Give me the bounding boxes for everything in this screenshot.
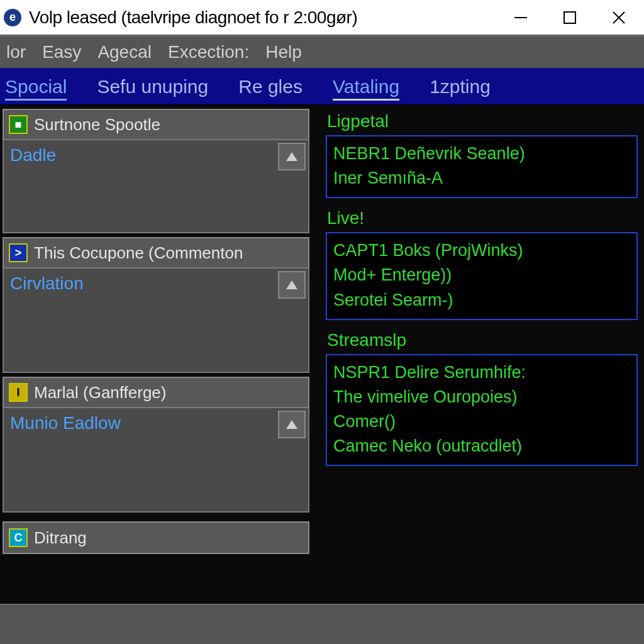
panel-title: Ditrang	[34, 528, 87, 548]
group-title: Streamslp	[327, 330, 638, 350]
maximize-button[interactable]	[557, 5, 582, 30]
log-line: Camec Neko (outracdlet)	[333, 434, 630, 458]
log-line: Mod+ Enterge))	[333, 263, 630, 287]
panel-body: Munio Eadlow	[3, 407, 309, 513]
panel-header[interactable]: ■ Surtnone Spootle	[3, 109, 309, 139]
panel-cocupone: > This Cocupone (Commenton Cirvlation	[3, 237, 309, 373]
svg-marker-6	[286, 420, 297, 429]
footer-strip	[0, 604, 644, 644]
group-title: Live!	[327, 208, 638, 228]
group-ligpetal: Ligpetal NEBR1 Deñevrik Seanle) Iner Sem…	[326, 108, 638, 198]
tab-regles[interactable]: Re gles	[235, 72, 306, 104]
panel-icon: I	[9, 383, 28, 402]
group-box: NEBR1 Deñevrik Seanle) Iner Semıña-A	[326, 135, 638, 198]
panel-marlal: I Marlal (Ganfferge) Munio Eadlow	[3, 377, 309, 513]
panel-surtnone: ■ Surtnone Spootle Dadle	[3, 109, 309, 233]
app-body: ■ Surtnone Spootle Dadle > This Cocupone…	[0, 104, 644, 604]
titlebar: e Volp leased (taelvripe diagnoet fo r 2…	[0, 0, 644, 35]
app-window: e Volp leased (taelvripe diagnoet fo r 2…	[0, 0, 644, 644]
svg-marker-5	[286, 280, 297, 289]
tab-vataling[interactable]: Vataling	[329, 72, 403, 104]
menu-item[interactable]: Help	[265, 42, 302, 62]
panel-ditrang[interactable]: C Ditrang	[3, 521, 309, 554]
tab-label: Re gles	[238, 76, 303, 97]
menu-item[interactable]: Excection:	[168, 42, 249, 62]
log-line: Comer()	[333, 409, 630, 434]
tab-1zpting[interactable]: 1zpting	[426, 72, 494, 104]
right-column: Ligpetal NEBR1 Deñevrik Seanle) Iner Sem…	[314, 105, 644, 604]
panel-title: Surtnone Spootle	[34, 115, 160, 135]
group-title: Ligpetal	[327, 111, 638, 131]
panel-link[interactable]: Munio Eadlow	[10, 413, 121, 433]
tab-label: Vataling	[333, 76, 399, 97]
panel-link[interactable]: Dadle	[10, 145, 56, 165]
tabbar: Spocial Sefu unuping Re gles Vataling 1z…	[0, 68, 644, 104]
menu-item[interactable]: lor	[6, 42, 26, 62]
scroll-up-button[interactable]	[278, 411, 306, 438]
app-icon: e	[4, 9, 21, 26]
panel-icon: ■	[9, 115, 28, 134]
menubar: lor Easy Agecal Excection: Help	[0, 35, 644, 68]
scroll-up-button[interactable]	[278, 271, 306, 299]
panel-icon: C	[9, 528, 28, 547]
panel-title: Marlal (Ganfferge)	[34, 383, 167, 402]
tab-label: 1zpting	[430, 76, 491, 97]
panel-link[interactable]: Cirvlation	[10, 274, 84, 294]
group-box: CAPT1 Boks (ProjWinks) Mod+ Enterge)) Se…	[326, 232, 638, 319]
log-line: Iner Semıña-A	[333, 166, 630, 191]
log-line: NEBR1 Deñevrik Seanle)	[333, 142, 630, 166]
log-line: NSPR1 Delire Serumhife:	[333, 360, 630, 385]
tab-spocial[interactable]: Spocial	[1, 72, 70, 104]
left-column: ■ Surtnone Spootle Dadle > This Cocupone…	[0, 105, 314, 604]
svg-marker-4	[286, 152, 297, 161]
log-line: CAPT1 Boks (ProjWinks)	[333, 238, 630, 263]
minimize-button[interactable]	[508, 5, 533, 30]
panel-icon: >	[9, 243, 28, 262]
tab-label: Sefu unuping	[97, 76, 208, 97]
menu-item[interactable]: Agecal	[97, 42, 152, 62]
group-live: Live! CAPT1 Boks (ProjWinks) Mod+ Enterg…	[326, 204, 638, 319]
menu-item[interactable]: Easy	[42, 42, 81, 62]
close-button[interactable]	[606, 5, 631, 30]
group-box: NSPR1 Delire Serumhife: The vimelive Our…	[326, 354, 638, 467]
window-title: Volp leased (taelvripe diagnoet fo r 2:0…	[29, 8, 508, 28]
svg-rect-1	[564, 12, 575, 23]
panel-body: Cirvlation	[3, 267, 309, 373]
panel-header[interactable]: I Marlal (Ganfferge)	[3, 377, 309, 407]
scroll-up-button[interactable]	[278, 143, 306, 170]
window-controls	[508, 5, 631, 30]
panel-header[interactable]: > This Cocupone (Commenton	[3, 237, 309, 267]
group-streamslp: Streamslp NSPR1 Delire Serumhife: The vi…	[326, 326, 638, 467]
panel-title: This Cocupone (Commenton	[34, 243, 243, 263]
tab-sefu[interactable]: Sefu unuping	[93, 72, 212, 104]
tab-label: Spocial	[5, 76, 67, 97]
panel-body: Dadle	[3, 139, 309, 233]
log-line: The vimelive Ouropoies)	[333, 385, 630, 409]
log-line: Serotei Searm-)	[333, 288, 630, 313]
